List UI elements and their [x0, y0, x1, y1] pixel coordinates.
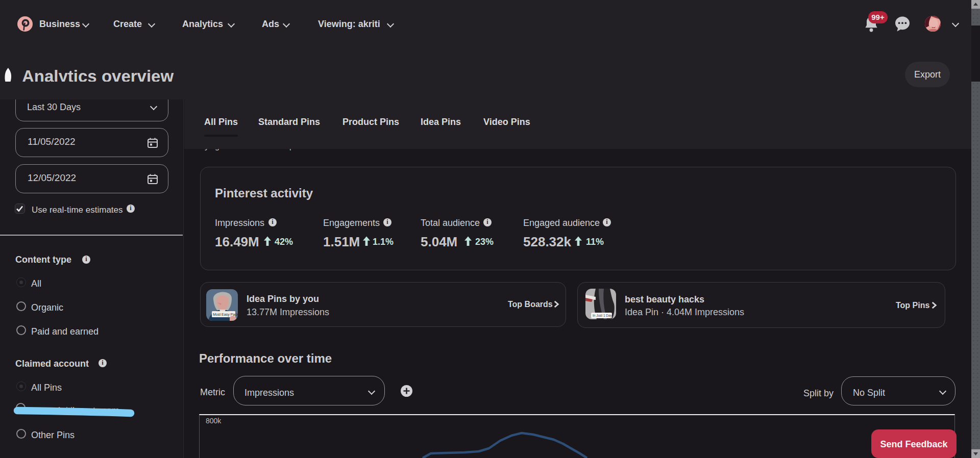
svg-text:In Just 1 Day: In Just 1 Day: [593, 314, 612, 318]
